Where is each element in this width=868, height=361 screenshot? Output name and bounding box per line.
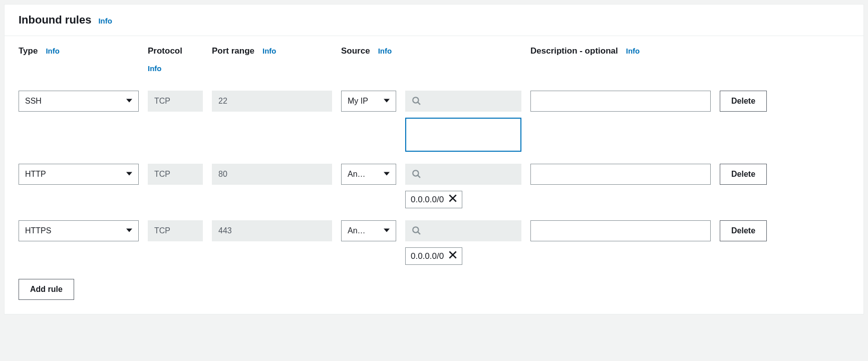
- port-range-field: 80: [212, 164, 332, 185]
- source-cell: An…0.0.0.0/0: [341, 220, 521, 265]
- panel-body: Type Info Protocol Info Port range Info …: [5, 36, 863, 314]
- protocol-field: TCP: [148, 220, 203, 241]
- col-description-label: Description - optional: [530, 46, 618, 56]
- delete-button[interactable]: Delete: [720, 91, 767, 112]
- cidr-value: 0.0.0.0/0: [411, 195, 444, 205]
- port-range-field: 22: [212, 91, 332, 112]
- source-mode-value: An…: [348, 170, 366, 179]
- col-type-label: Type: [19, 46, 38, 56]
- col-type: Type Info: [19, 46, 139, 56]
- col-type-info[interactable]: Info: [46, 47, 60, 55]
- svg-point-0: [413, 97, 418, 103]
- svg-point-2: [413, 170, 418, 176]
- cidr-token: 0.0.0.0/0: [405, 191, 462, 208]
- col-source-label: Source: [341, 46, 370, 56]
- source-cell: An…0.0.0.0/0: [341, 164, 521, 208]
- columns-header: Type Info Protocol Info Port range Info …: [19, 46, 849, 73]
- col-source-info[interactable]: Info: [378, 47, 392, 55]
- inbound-rules-panel: Inbound rules Info Type Info Protocol In…: [4, 4, 864, 314]
- source-token-box[interactable]: 0.0.0.0/0: [405, 191, 521, 208]
- col-port-info[interactable]: Info: [262, 47, 276, 55]
- cidr-value: 0.0.0.0/0: [411, 251, 444, 261]
- source-search-input[interactable]: [405, 164, 521, 185]
- port-range-field: 443: [212, 220, 332, 241]
- type-select[interactable]: HTTP: [19, 164, 139, 185]
- source-token-box[interactable]: [405, 118, 521, 152]
- rule-row: HTTPTCP80An…0.0.0.0/0Delete: [19, 164, 849, 208]
- chevron-down-icon: [126, 97, 132, 106]
- source-mode-select[interactable]: An…: [341, 164, 396, 185]
- col-protocol-info[interactable]: Info: [148, 64, 162, 73]
- svg-line-1: [418, 102, 420, 105]
- col-port-label: Port range: [212, 46, 254, 56]
- col-protocol-label: Protocol: [148, 46, 182, 56]
- close-icon[interactable]: [449, 194, 457, 205]
- chevron-down-icon: [384, 226, 390, 235]
- svg-line-7: [418, 232, 420, 234]
- protocol-field: TCP: [148, 164, 203, 185]
- col-port-range: Port range Info: [212, 46, 332, 56]
- source-search-input[interactable]: [405, 91, 521, 112]
- search-icon: [412, 169, 421, 180]
- rule-row: SSHTCP22My IPDelete: [19, 91, 849, 152]
- search-icon: [412, 226, 421, 236]
- description-input[interactable]: [530, 164, 711, 185]
- chevron-down-icon: [126, 226, 132, 235]
- svg-line-3: [418, 175, 420, 178]
- source-cell: My IP: [341, 91, 521, 152]
- chevron-down-icon: [384, 97, 390, 106]
- source-token-box[interactable]: 0.0.0.0/0: [405, 247, 521, 265]
- source-mode-value: My IP: [348, 97, 368, 106]
- col-description: Description - optional Info: [530, 46, 711, 56]
- add-rule-button[interactable]: Add rule: [19, 279, 74, 300]
- close-icon[interactable]: [449, 251, 457, 261]
- col-protocol: Protocol Info: [148, 46, 203, 73]
- type-select[interactable]: SSH: [19, 91, 139, 112]
- chevron-down-icon: [384, 170, 390, 179]
- source-search-input[interactable]: [405, 220, 521, 241]
- delete-button[interactable]: Delete: [720, 164, 767, 185]
- col-source: Source Info: [341, 46, 521, 56]
- chevron-down-icon: [126, 170, 132, 179]
- search-icon: [412, 96, 421, 107]
- cidr-token: 0.0.0.0/0: [405, 247, 462, 265]
- type-value: HTTP: [25, 170, 46, 179]
- delete-button[interactable]: Delete: [720, 220, 767, 241]
- add-rule-row: Add rule: [19, 279, 849, 300]
- source-mode-value: An…: [348, 226, 366, 235]
- svg-point-6: [413, 227, 418, 232]
- type-value: HTTPS: [25, 226, 51, 235]
- type-select[interactable]: HTTPS: [19, 220, 139, 241]
- panel-header: Inbound rules Info: [5, 5, 863, 36]
- type-value: SSH: [25, 97, 42, 106]
- description-input[interactable]: [530, 220, 711, 241]
- source-mode-select[interactable]: My IP: [341, 91, 396, 112]
- source-mode-select[interactable]: An…: [341, 220, 396, 241]
- panel-title: Inbound rules: [19, 14, 91, 27]
- description-input[interactable]: [530, 91, 711, 112]
- protocol-field: TCP: [148, 91, 203, 112]
- col-description-info[interactable]: Info: [626, 47, 640, 55]
- panel-info-link[interactable]: Info: [98, 17, 112, 25]
- rule-row: HTTPSTCP443An…0.0.0.0/0Delete: [19, 220, 849, 265]
